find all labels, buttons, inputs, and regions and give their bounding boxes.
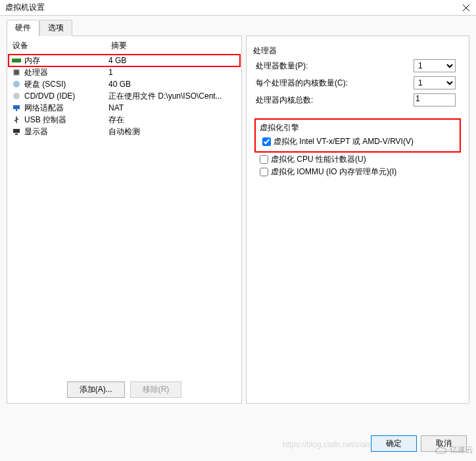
virt-vt-row[interactable]: 虚拟化 Intel VT-x/EPT 或 AMD-V/RVI(V) [260,136,456,147]
device-row[interactable]: 内存4 GB [9,55,240,66]
watermark-brand: 亿速云 [450,445,473,456]
device-row[interactable]: USB 控制器存在 [9,114,240,126]
virtualization-title: 虚拟化引擎 [260,122,456,133]
num-proc-label: 处理器数量(P): [256,61,414,72]
tab-bar: 硬件 选项 [0,20,476,36]
device-name: 内存 [24,55,108,66]
dialog-body: 硬件 选项 设备 摘要 内存4 GB处理器1硬盘 (SCSI)40 GBCD/D… [0,16,476,461]
device-name: 硬盘 (SCSI) [24,79,108,90]
list-buttons: 添加(A)... 移除(R) [7,376,241,403]
close-button[interactable] [459,2,473,14]
ok-button[interactable]: 确定 [371,435,417,452]
device-row[interactable]: CD/DVD (IDE)正在使用文件 D:\yun\ISO\Cent... [9,90,240,102]
device-name: 处理器 [24,67,108,78]
watermark-logo: 亿速云 [434,445,473,456]
svg-point-4 [13,81,20,87]
cpu-icon [11,68,22,77]
cores-label: 每个处理器的内核数量(C): [256,78,414,89]
tab-options[interactable]: 选项 [39,20,72,36]
title-bar: 虚拟机设置 [0,0,476,16]
virt-iommu-checkbox[interactable] [260,168,268,176]
device-row[interactable]: 硬盘 (SCSI)40 GB [9,78,240,90]
total-label: 处理器内核总数: [256,95,414,106]
device-row[interactable]: 网络适配器NAT [9,102,240,114]
header-summary: 摘要 [107,37,240,54]
disk-icon [11,80,22,89]
processor-grid: 处理器数量(P): 1 每个处理器的内核数量(C): 1 处理器内核总数: 1 [253,59,462,112]
device-row[interactable]: 处理器1 [9,66,240,78]
virt-counters-label: 虚拟化 CPU 性能计数器(U) [271,154,366,165]
device-name: 显示器 [24,126,108,137]
device-summary: NAT [108,103,237,112]
memory-icon [11,56,22,65]
virt-vt-label: 虚拟化 Intel VT-x/EPT 或 AMD-V/RVI(V) [274,136,414,147]
svg-rect-10 [15,133,18,135]
remove-button[interactable]: 移除(R) [130,381,182,398]
svg-rect-9 [13,129,20,133]
hardware-list-panel: 设备 摘要 内存4 GB处理器1硬盘 (SCSI)40 GBCD/DVD (ID… [7,36,242,404]
device-summary: 存在 [108,114,237,126]
add-button[interactable]: 添加(A)... [67,381,125,398]
device-summary: 自动检测 [108,126,237,137]
header-device: 设备 [9,37,107,54]
svg-point-6 [16,95,18,97]
svg-rect-8 [16,109,17,111]
tab-hardware[interactable]: 硬件 [7,20,39,36]
window-title: 虚拟机设置 [5,2,45,13]
svg-rect-2 [12,59,21,62]
detail-panel: 处理器 处理器数量(P): 1 每个处理器的内核数量(C): 1 处理器内核总数… [246,36,469,404]
hardware-list-inner: 设备 摘要 内存4 GB处理器1硬盘 (SCSI)40 GBCD/DVD (ID… [7,36,241,376]
svg-rect-3 [14,70,19,75]
device-summary: 1 [108,68,237,77]
svg-rect-7 [13,105,20,109]
usb-icon [11,115,22,124]
device-summary: 40 GB [108,80,237,89]
virt-iommu-row[interactable]: 虚拟化 IOMMU (IO 内存管理单元)(I) [257,166,458,178]
cloud-icon [434,446,447,455]
device-name: 网络适配器 [24,103,108,114]
device-row[interactable]: 显示器自动检测 [9,126,240,137]
virtualization-highlight: 虚拟化引擎 虚拟化 Intel VT-x/EPT 或 AMD-V/RVI(V) [256,120,460,151]
panel-area: 设备 摘要 内存4 GB处理器1硬盘 (SCSI)40 GBCD/DVD (ID… [0,36,476,430]
add-button-label: 添加(A)... [80,385,112,394]
device-name: USB 控制器 [24,114,108,126]
network-icon [11,103,22,112]
virt-counters-checkbox[interactable] [260,155,268,164]
virt-iommu-label: 虚拟化 IOMMU (IO 内存管理单元)(I) [271,166,396,178]
close-icon [463,5,469,11]
remove-button-label: 移除(R) [143,385,170,394]
list-header: 设备 摘要 [9,37,240,55]
total-value: 1 [414,93,456,107]
display-icon [11,127,22,136]
virt-vt-checkbox[interactable] [262,137,271,146]
num-proc-select[interactable]: 1 [414,59,456,72]
processor-group-title: 处理器 [253,45,462,57]
virtualization-group: 虚拟化引擎 虚拟化 Intel VT-x/EPT 或 AMD-V/RVI(V) … [253,118,462,183]
device-summary: 正在使用文件 D:\yun\ISO\Cent... [108,91,237,102]
cores-select[interactable]: 1 [414,76,456,89]
device-list: 内存4 GB处理器1硬盘 (SCSI)40 GBCD/DVD (IDE)正在使用… [9,55,240,137]
virt-counters-row[interactable]: 虚拟化 CPU 性能计数器(U) [257,154,458,165]
cd-icon [11,91,22,101]
device-name: CD/DVD (IDE) [24,91,108,101]
device-summary: 4 GB [108,56,237,65]
watermark-url: https://blog.csdn.net/xiao [283,440,370,449]
